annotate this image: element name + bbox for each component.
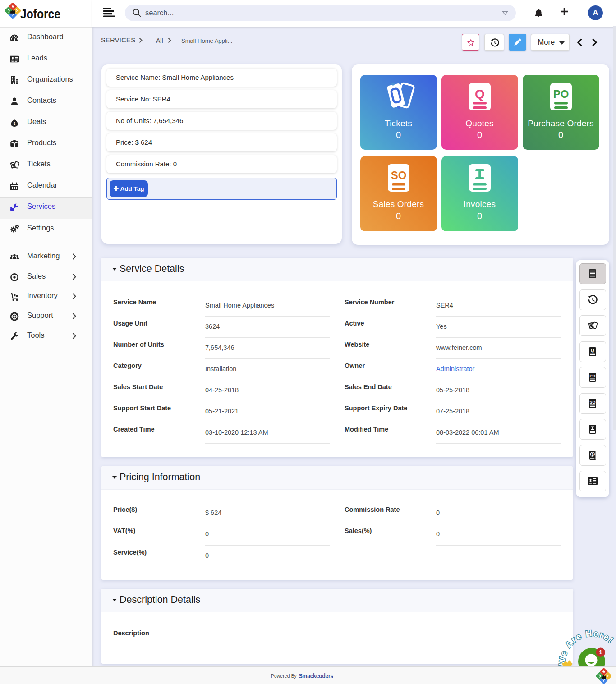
- svg-text:SO: SO: [391, 169, 406, 181]
- svg-text:1: 1: [599, 649, 602, 656]
- svg-text:Joforce: Joforce: [20, 7, 60, 21]
- svg-text:PO: PO: [553, 88, 569, 100]
- svg-text:Q: Q: [591, 348, 594, 353]
- svg-text:Q: Q: [475, 87, 485, 101]
- svg-text:SO: SO: [589, 400, 595, 404]
- svg-text:PO: PO: [589, 374, 595, 378]
- svg-text:$: $: [14, 121, 16, 126]
- svg-text:$: $: [591, 451, 594, 456]
